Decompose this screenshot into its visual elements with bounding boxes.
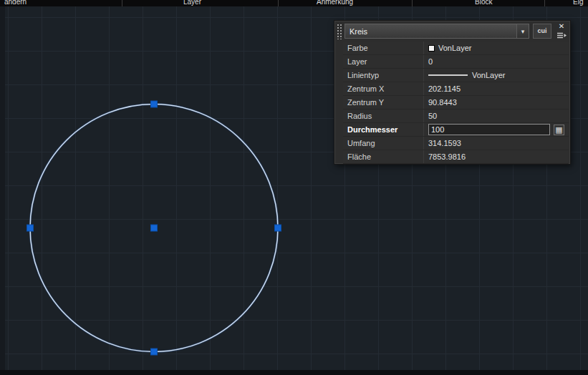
ribbon-separator — [122, 0, 122, 6]
property-value[interactable]: 0 — [423, 55, 569, 68]
ribbon-bar: ändernLayerAnmerkungBlockEig — [0, 0, 588, 6]
property-label: Durchmesser — [343, 125, 423, 134]
close-icon[interactable]: ✕ — [556, 21, 567, 31]
property-rows: FarbeVonLayerLayer0LinientypVonLayerZent… — [343, 42, 569, 164]
property-value[interactable]: ▦ — [423, 123, 569, 136]
object-type-dropdown[interactable]: Kreis ▾ — [344, 24, 529, 39]
chevron-down-icon[interactable]: ▾ — [516, 24, 529, 38]
property-label: Farbe — [343, 44, 423, 52]
property-row: Umfang314.1593 — [343, 137, 569, 150]
property-value[interactable]: 202.1145 — [423, 82, 569, 95]
property-value[interactable]: VonLayer — [423, 42, 569, 54]
property-label: Zentrum X — [343, 84, 423, 93]
property-label: Layer — [343, 57, 423, 66]
grip-handle[interactable] — [151, 225, 158, 231]
ribbon-separator — [278, 0, 279, 6]
app-window: ändernLayerAnmerkungBlockEig Kreis ▾ cui… — [0, 0, 588, 375]
ribbon-panel-label: ändern — [4, 0, 26, 6]
property-row: Layer0 — [343, 55, 569, 69]
property-row: Zentrum X202.1145 — [343, 82, 569, 96]
property-label: Radius — [343, 112, 423, 120]
ribbon-panel-label: Block — [475, 0, 492, 6]
quick-properties-panel: Kreis ▾ cui ✕ FarbeVonLayerLayer0Linient… — [334, 20, 571, 165]
options-icon[interactable] — [556, 31, 567, 40]
property-value-text: 50 — [428, 112, 437, 120]
property-value-text: 7853.9816 — [428, 152, 466, 161]
color-swatch-icon — [428, 45, 435, 52]
property-value-text: 202.1145 — [428, 84, 461, 93]
ribbon-separator — [412, 0, 413, 6]
grip-handle[interactable] — [151, 101, 158, 107]
linetype-preview — [428, 74, 468, 76]
ribbon-panel-label: Eig — [573, 0, 583, 6]
property-value-text: 90.8443 — [428, 98, 457, 107]
property-value[interactable]: 7853.9816 — [423, 150, 569, 163]
grip-handle[interactable] — [151, 349, 158, 355]
property-value-text: VonLayer — [438, 44, 471, 52]
property-row: Zentrum Y90.8443 — [343, 96, 569, 109]
grip-handle[interactable] — [27, 225, 34, 231]
property-label: Fläche — [343, 152, 423, 161]
property-row: LinientypVonLayer — [343, 69, 569, 82]
ribbon-separator — [544, 0, 545, 6]
grip-handle[interactable] — [275, 225, 281, 231]
property-row: Durchmesser▦ — [343, 123, 569, 137]
grip-group — [27, 101, 281, 355]
property-value[interactable]: 90.8443 — [423, 96, 569, 109]
quickcalc-icon[interactable]: ▦ — [554, 125, 564, 135]
panel-header: Kreis ▾ cui ✕ — [334, 21, 570, 42]
property-value[interactable]: VonLayer — [423, 69, 569, 82]
durchmesser-input[interactable] — [428, 124, 550, 135]
ribbon-panel-label: Layer — [183, 0, 201, 6]
property-value-text: 0 — [428, 57, 433, 66]
property-value[interactable]: 314.1593 — [423, 137, 569, 150]
cui-button[interactable]: cui — [533, 24, 551, 39]
property-label: Umfang — [343, 139, 423, 147]
property-row: Fläche7853.9816 — [343, 150, 569, 164]
property-label: Linientyp — [343, 71, 423, 79]
object-type-label: Kreis — [345, 27, 516, 36]
property-value-text: 314.1593 — [428, 139, 461, 147]
property-value[interactable]: 50 — [423, 109, 569, 122]
bottom-bar — [0, 370, 588, 375]
property-value-text: VonLayer — [472, 71, 505, 79]
property-row: Radius50 — [343, 109, 569, 123]
property-row: FarbeVonLayer — [343, 42, 569, 55]
property-label: Zentrum Y — [343, 98, 423, 107]
ribbon-panel-label: Anmerkung — [317, 0, 353, 6]
